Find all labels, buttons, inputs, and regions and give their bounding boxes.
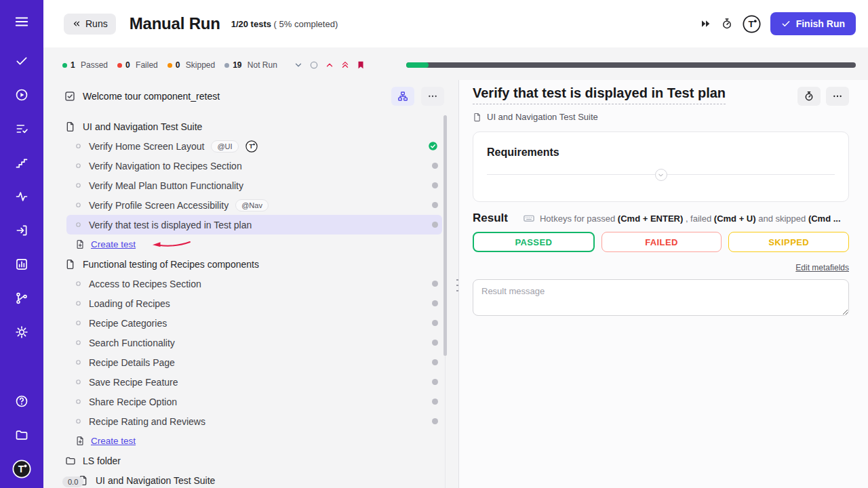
tag-badge[interactable]: @UI xyxy=(211,140,238,152)
counter-skipped[interactable]: 0 Skipped xyxy=(167,60,215,70)
suite-row[interactable]: UI and Navigation Test Suite xyxy=(43,470,458,488)
test-tree: UI and Navigation Test SuiteVerify Home … xyxy=(43,117,458,488)
test-row[interactable]: Verify Profile Screen Accessibility@Nav xyxy=(43,195,458,215)
row-label: Search Functionality xyxy=(89,338,175,348)
exit-icon[interactable] xyxy=(12,221,31,240)
status-notrun-dot xyxy=(432,222,438,228)
scrollbar-thumb[interactable] xyxy=(443,115,447,356)
result-passed-button[interactable]: PASSED xyxy=(473,232,595,252)
circle-icon[interactable] xyxy=(309,60,319,70)
test-row[interactable]: Share Recipe Option xyxy=(43,392,458,411)
app-logo-icon[interactable]: T xyxy=(12,460,31,479)
timer-button[interactable] xyxy=(797,87,821,106)
suite-row[interactable]: UI and Navigation Test Suite xyxy=(43,117,458,136)
assignee-avatar: T xyxy=(245,140,258,152)
tag-badge[interactable]: @Nav xyxy=(235,199,269,211)
status-notrun-dot xyxy=(432,281,438,287)
checklist-icon xyxy=(64,90,76,102)
test-row[interactable]: Save Recipe Feature xyxy=(43,372,458,392)
status-notrun-dot xyxy=(432,418,438,424)
fast-forward-icon[interactable] xyxy=(701,18,711,29)
create-test-link[interactable]: Create test xyxy=(91,239,136,249)
create-test-row[interactable]: Create test xyxy=(43,431,458,451)
result-failed-button[interactable]: FAILED xyxy=(601,232,722,252)
breadcrumb[interactable]: UI and Navigation Test Suite xyxy=(473,112,849,122)
gear-icon[interactable] xyxy=(12,323,31,342)
check-icon xyxy=(781,19,791,28)
suite-row[interactable]: Functional testing of Recipes components xyxy=(43,254,458,274)
test-row[interactable]: Search Functionality xyxy=(43,333,458,352)
test-list-panel: Welcome tour component_retest UI and Nav… xyxy=(43,80,458,488)
test-row[interactable]: Loading of Recipes xyxy=(43,293,458,313)
status-notrun-dot xyxy=(432,300,438,306)
result-skipped-button[interactable]: SKIPPED xyxy=(728,232,849,252)
folder-icon[interactable] xyxy=(12,426,31,445)
create-test-row[interactable]: Create test xyxy=(43,235,458,254)
annotation-arrow-icon xyxy=(151,240,191,249)
user-avatar[interactable]: T xyxy=(743,15,761,33)
help-icon[interactable] xyxy=(12,392,31,411)
counter-passed[interactable]: 1 Passed xyxy=(62,60,108,70)
bookmark-icon[interactable] xyxy=(356,60,366,70)
row-label: Loading of Recipes xyxy=(89,298,170,309)
detail-header: Verify that test is displayed in Test pl… xyxy=(473,85,849,106)
test-bullet-icon xyxy=(75,142,82,150)
test-row[interactable]: Recipe Categories xyxy=(43,313,458,333)
test-row[interactable]: Verify Home Screen Layout@UIT xyxy=(43,136,458,156)
row-label: Verify that test is displayed in Test pl… xyxy=(89,220,252,230)
group-view-button[interactable] xyxy=(391,87,414,106)
test-bullet-icon xyxy=(75,359,82,366)
result-message-input[interactable] xyxy=(473,279,849,316)
pulse-icon[interactable] xyxy=(12,187,31,206)
file-plus-icon xyxy=(75,239,85,249)
run-name: Welcome tour component_retest xyxy=(83,91,220,102)
timer-icon xyxy=(804,91,814,102)
test-row[interactable]: Access to Recipes Section xyxy=(43,274,458,293)
test-title[interactable]: Verify that test is displayed in Test pl… xyxy=(473,85,726,104)
back-to-runs-button[interactable]: Runs xyxy=(64,14,116,35)
test-row[interactable]: Verify Navigation to Recipes Section xyxy=(43,156,458,176)
chevron-down-icon[interactable] xyxy=(294,60,303,70)
status-notrun-dot xyxy=(432,399,438,405)
counter-not-run[interactable]: 19 Not Run xyxy=(224,60,277,70)
svg-text:T: T xyxy=(748,19,754,29)
tests-completed: ( 5% completed) xyxy=(274,19,338,29)
check-icon[interactable] xyxy=(12,52,31,70)
test-row[interactable]: Verify Meal Plan Button Functionality xyxy=(43,176,458,195)
steps-icon[interactable] xyxy=(12,153,31,172)
expand-requirements-button[interactable] xyxy=(655,169,667,181)
row-label: Recipe Rating and Reviews xyxy=(89,416,205,427)
header: Runs Manual Run 1/20 tests ( 5% complete… xyxy=(43,0,868,47)
edit-metafields-link[interactable]: Edit metafields xyxy=(795,263,849,272)
play-circle-icon[interactable] xyxy=(12,85,31,104)
test-row[interactable]: Recipe Details Page xyxy=(43,352,458,372)
row-label: LS folder xyxy=(83,455,121,466)
chevron-up-icon[interactable] xyxy=(325,60,334,70)
create-test-link[interactable]: Create test xyxy=(91,436,136,446)
counter-failed[interactable]: 0 Failed xyxy=(117,60,158,70)
row-label: Verify Meal Plan Button Functionality xyxy=(89,180,243,191)
file-plus-icon xyxy=(75,436,85,446)
menu-icon[interactable] xyxy=(12,12,31,31)
test-bullet-icon xyxy=(75,280,82,287)
finish-run-button[interactable]: Finish Run xyxy=(770,12,856,35)
chevrons-up-icon[interactable] xyxy=(340,60,350,70)
run-list-icon[interactable] xyxy=(12,119,31,138)
row-label: Verify Navigation to Recipes Section xyxy=(89,161,242,171)
list-more-button[interactable] xyxy=(421,87,444,106)
requirements-divider xyxy=(487,174,835,175)
status-notrun-dot xyxy=(432,320,438,326)
status-notrun-dot xyxy=(432,163,438,169)
test-bullet-icon xyxy=(75,418,82,425)
status-bar: 1 Passed0 Failed0 Skipped19 Not Run xyxy=(43,50,868,80)
test-row[interactable]: Verify that test is displayed in Test pl… xyxy=(43,215,458,235)
page-title: Manual Run xyxy=(130,14,220,33)
folder-row[interactable]: LS folder xyxy=(43,451,458,470)
test-row[interactable]: Recipe Rating and Reviews xyxy=(43,411,458,431)
branch-icon[interactable] xyxy=(12,289,31,308)
detail-more-button[interactable] xyxy=(826,87,849,106)
row-label: Access to Recipes Section xyxy=(89,279,201,289)
status-notrun-dot xyxy=(432,182,438,188)
chart-icon[interactable] xyxy=(12,255,31,274)
stopwatch-icon[interactable] xyxy=(721,18,733,30)
